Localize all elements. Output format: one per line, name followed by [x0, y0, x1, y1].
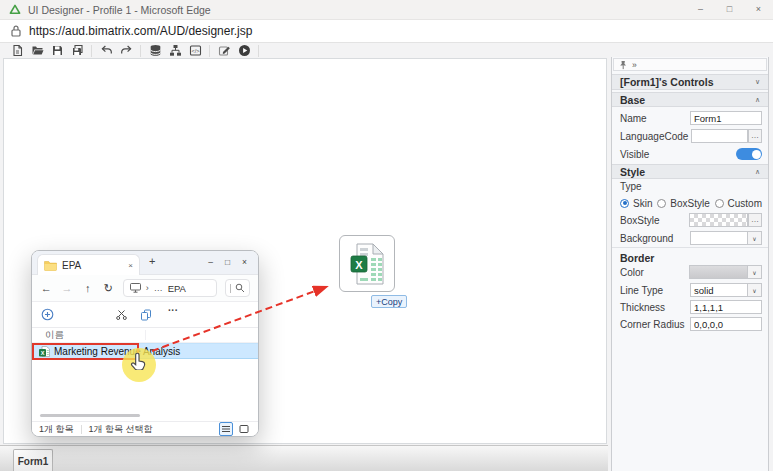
- explorer-tab-strip: EPA × + – □ ×: [32, 251, 258, 275]
- status-separator: [81, 425, 82, 434]
- large-icons-view-icon[interactable]: [237, 422, 251, 436]
- svg-text:</>: </>: [191, 48, 199, 54]
- sitemap-icon[interactable]: [165, 44, 185, 58]
- tab-close-icon[interactable]: ×: [128, 261, 133, 270]
- linetype-value: solid: [691, 285, 747, 296]
- refresh-icon[interactable]: ↻: [102, 282, 115, 295]
- radio-dot: [620, 199, 629, 208]
- explorer-command-bar: ···: [32, 302, 258, 328]
- address-url[interactable]: https://aud.bimatrix.com/AUD/designer.js…: [29, 24, 252, 38]
- breadcrumb-location[interactable]: EPA: [168, 283, 186, 294]
- up-icon[interactable]: ↑: [81, 282, 94, 294]
- explorer-tab-epa[interactable]: EPA ×: [37, 254, 140, 275]
- minimize-icon[interactable]: –: [686, 0, 715, 19]
- explorer-address-bar[interactable]: › … EPA: [123, 279, 218, 297]
- properties-panel: » [Form1]'s Controls ∨ Base ∧ Name Langu…: [611, 57, 769, 471]
- code-window-icon[interactable]: </>: [185, 44, 205, 58]
- minimize-icon[interactable]: –: [202, 251, 219, 274]
- list-view-icon[interactable]: [219, 422, 233, 436]
- chevron-down-icon[interactable]: ∨: [747, 284, 761, 296]
- explorer-search-box[interactable]: [225, 279, 250, 297]
- redo-icon[interactable]: [116, 44, 136, 58]
- languagecode-label: LanguageCode: [620, 131, 688, 142]
- background-label: Background: [620, 233, 673, 244]
- designer-toolbar: </>: [0, 43, 773, 58]
- chevron-up-icon: ∧: [755, 96, 760, 104]
- view-switcher: [219, 422, 251, 436]
- breadcrumb-overflow-icon[interactable]: …: [154, 283, 163, 293]
- app-favicon: [9, 4, 21, 16]
- explorer-window-controls: – □ ×: [202, 251, 253, 274]
- radio-custom[interactable]: Custom: [715, 198, 762, 209]
- radio-skin[interactable]: Skin: [620, 198, 652, 209]
- collapse-panel-icon[interactable]: »: [632, 60, 637, 70]
- toolbar-separator: [140, 45, 141, 57]
- folder-icon: [44, 260, 57, 271]
- languagecode-browse-button[interactable]: …: [748, 129, 762, 143]
- border-color-select[interactable]: ∨: [689, 265, 762, 279]
- radio-custom-label: Custom: [728, 198, 762, 209]
- color-label: Color: [620, 267, 644, 278]
- desktop-icon: [130, 283, 141, 293]
- breadcrumb-chevron-icon[interactable]: ›: [146, 283, 149, 293]
- horizontal-scrollbar[interactable]: [40, 414, 140, 417]
- toolbar-separator: [209, 45, 210, 57]
- close-icon[interactable]: ×: [744, 0, 773, 19]
- boxstyle-swatch[interactable]: [689, 213, 748, 227]
- checker-pattern: [690, 214, 747, 226]
- background-select[interactable]: ∨: [690, 231, 762, 245]
- column-header-name[interactable]: 이름: [45, 329, 64, 342]
- run-icon[interactable]: [234, 44, 254, 58]
- excel-drop-item[interactable]: X: [339, 235, 395, 292]
- new-tab-icon[interactable]: +: [149, 255, 155, 267]
- file-name[interactable]: Marketing Revenue Analysis: [54, 346, 180, 357]
- radio-boxstyle[interactable]: BoxStyle: [657, 198, 709, 209]
- tab-form1[interactable]: Form1: [13, 449, 53, 471]
- forward-icon: →: [61, 282, 74, 294]
- section-base[interactable]: Base ∧: [612, 92, 768, 107]
- section-border-title: Border: [620, 252, 654, 264]
- pin-icon[interactable]: [619, 60, 627, 70]
- chevron-down-icon[interactable]: ∨: [747, 266, 761, 278]
- chevron-down-icon: ∨: [755, 78, 760, 86]
- maximize-icon[interactable]: □: [219, 251, 236, 274]
- new-item-icon[interactable]: [41, 308, 54, 321]
- excel-file-icon: X: [350, 243, 384, 285]
- thickness-input[interactable]: [690, 300, 762, 314]
- open-folder-icon[interactable]: [27, 44, 47, 58]
- boxstyle-browse-button[interactable]: …: [748, 213, 762, 227]
- panel-minibar: »: [613, 58, 767, 71]
- visible-toggle[interactable]: [736, 148, 762, 160]
- property-row-radius: Corner Radius: [620, 316, 762, 332]
- languagecode-input[interactable]: [691, 129, 748, 143]
- boxstyle-label: BoxStyle: [620, 215, 659, 226]
- name-input[interactable]: [690, 111, 762, 125]
- save-icon[interactable]: [47, 44, 67, 58]
- close-icon[interactable]: ×: [236, 251, 253, 274]
- copy-icon[interactable]: [140, 309, 152, 321]
- radio-boxstyle-label: BoxStyle: [670, 198, 709, 209]
- save-all-icon[interactable]: [67, 44, 87, 58]
- more-options-icon[interactable]: ···: [168, 305, 178, 316]
- undo-icon[interactable]: [96, 44, 116, 58]
- svg-text:X: X: [355, 258, 363, 270]
- explorer-status-bar: 1개 항목 1개 항목 선택함: [32, 421, 258, 436]
- browser-window-controls: – □ ×: [686, 0, 773, 19]
- section-style[interactable]: Style ∧: [612, 164, 768, 179]
- column-separator: [145, 330, 146, 340]
- maximize-icon[interactable]: □: [715, 0, 744, 19]
- radio-dot: [715, 199, 724, 208]
- property-row-thickness: Thickness: [620, 299, 762, 315]
- linetype-select[interactable]: solid ∨: [690, 283, 762, 297]
- file-explorer-window: EPA × + – □ × ← → ↑ ↻ › … EPA: [31, 250, 259, 437]
- browser-titlebar: UI Designer - Profile 1 - Microsoft Edge…: [0, 0, 773, 20]
- property-row-background: Background ∨: [620, 230, 762, 246]
- new-document-icon[interactable]: [7, 44, 27, 58]
- controls-header[interactable]: [Form1]'s Controls ∨: [612, 74, 768, 90]
- back-icon[interactable]: ←: [40, 282, 53, 294]
- corner-radius-input[interactable]: [690, 317, 762, 331]
- database-icon[interactable]: [145, 44, 165, 58]
- cut-icon[interactable]: [116, 309, 127, 320]
- chevron-down-icon[interactable]: ∨: [747, 232, 761, 244]
- edit-icon[interactable]: [214, 44, 234, 58]
